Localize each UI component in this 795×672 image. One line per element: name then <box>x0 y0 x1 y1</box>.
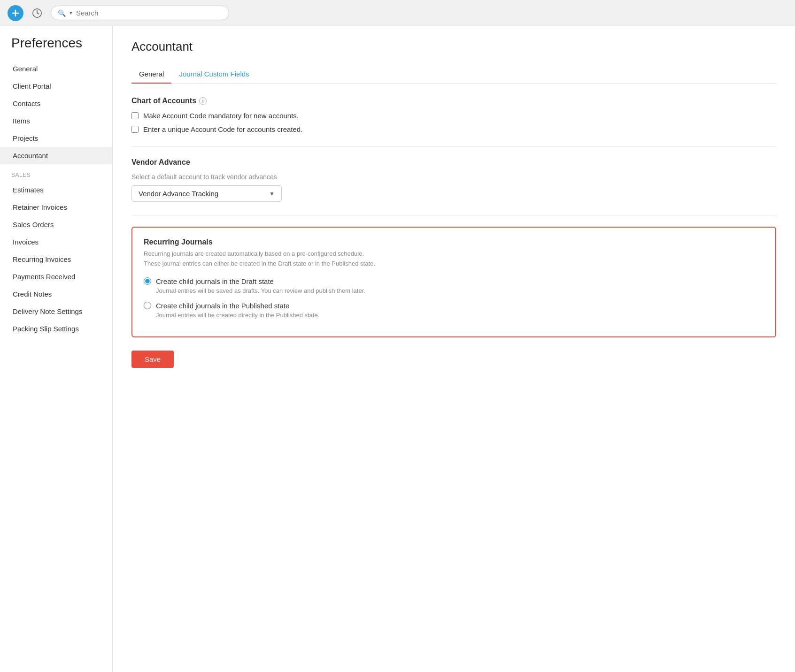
sidebar-general-item[interactable]: General <box>0 60 112 77</box>
sidebar-delivery-note-settings-item[interactable]: Delivery Note Settings <box>0 303 112 320</box>
radio-draft[interactable] <box>144 277 151 285</box>
checkbox-row-2: Enter a unique Account Code for accounts… <box>131 125 776 133</box>
radio-draft-sublabel: Journal entries will be saved as drafts.… <box>156 287 764 294</box>
sales-section-label: SALES <box>0 164 112 181</box>
vendor-advance-subtitle: Select a default account to track vendor… <box>131 173 776 181</box>
sidebar-items-item[interactable]: Items <box>0 112 112 130</box>
sidebar-sales-orders-item[interactable]: Sales Orders <box>0 216 112 233</box>
sidebar-title: Preferences <box>0 36 112 60</box>
vendor-advance-dropdown-value: Vendor Advance Tracking <box>139 190 218 198</box>
sidebar-estimates-item[interactable]: Estimates <box>0 181 112 199</box>
add-button[interactable] <box>8 5 23 21</box>
radio-option-draft: Create child journals in the Draft state… <box>144 277 764 294</box>
recurring-journals-description: Recurring journals are created automatic… <box>144 249 764 269</box>
radio-draft-label: Create child journals in the Draft state <box>156 277 274 285</box>
unique-account-code-checkbox[interactable] <box>131 126 139 133</box>
vendor-advance-dropdown[interactable]: Vendor Advance Tracking ▼ <box>131 185 282 202</box>
layout: Preferences General Client Portal Contac… <box>0 26 795 672</box>
vendor-advance-section: Vendor Advance Select a default account … <box>131 158 776 202</box>
search-dropdown-arrow[interactable]: ▼ <box>69 10 73 15</box>
tab-general[interactable]: General <box>131 65 171 84</box>
vendor-advance-title: Vendor Advance <box>131 158 776 167</box>
topbar: 🔍 ▼ <box>0 0 795 26</box>
make-account-code-checkbox[interactable] <box>131 112 139 119</box>
dropdown-arrow-icon: ▼ <box>269 191 275 197</box>
search-input[interactable] <box>76 9 222 17</box>
save-button[interactable]: Save <box>131 351 174 368</box>
divider-1 <box>131 146 776 147</box>
radio-published-sublabel: Journal entries will be created directly… <box>156 312 764 319</box>
sidebar-accountant-item[interactable]: Accountant <box>0 147 112 164</box>
chart-of-accounts-title: Chart of Accounts i <box>131 97 776 105</box>
info-icon[interactable]: i <box>199 97 207 105</box>
sidebar-client-portal-item[interactable]: Client Portal <box>0 77 112 95</box>
unique-account-code-label: Enter a unique Account Code for accounts… <box>143 125 302 133</box>
sidebar-recurring-invoices-item[interactable]: Recurring Invoices <box>0 251 112 268</box>
divider-2 <box>131 215 776 215</box>
sidebar: Preferences General Client Portal Contac… <box>0 26 113 672</box>
checkbox-row-1: Make Account Code mandatory for new acco… <box>131 112 776 120</box>
tabs-container: General Journal Custom Fields <box>131 65 776 84</box>
sidebar-contacts-item[interactable]: Contacts <box>0 95 112 112</box>
history-button[interactable] <box>29 5 45 21</box>
recurring-journals-title: Recurring Journals <box>144 238 764 246</box>
search-icon: 🔍 <box>58 9 66 17</box>
chart-of-accounts-section: Chart of Accounts i Make Account Code ma… <box>131 97 776 133</box>
sidebar-packing-slip-settings-item[interactable]: Packing Slip Settings <box>0 320 112 337</box>
sidebar-projects-item[interactable]: Projects <box>0 130 112 147</box>
page-title: Accountant <box>131 39 776 54</box>
main-content: Accountant General Journal Custom Fields… <box>113 26 795 672</box>
make-account-code-label: Make Account Code mandatory for new acco… <box>143 112 299 120</box>
radio-published[interactable] <box>144 302 151 309</box>
search-bar[interactable]: 🔍 ▼ <box>51 6 229 20</box>
sidebar-credit-notes-item[interactable]: Credit Notes <box>0 285 112 303</box>
sidebar-payments-received-item[interactable]: Payments Received <box>0 268 112 285</box>
sidebar-retainer-invoices-item[interactable]: Retainer Invoices <box>0 199 112 216</box>
radio-option-published: Create child journals in the Published s… <box>144 302 764 319</box>
recurring-journals-box: Recurring Journals Recurring journals ar… <box>131 227 776 337</box>
tab-journal-custom-fields[interactable]: Journal Custom Fields <box>171 65 256 84</box>
radio-published-label: Create child journals in the Published s… <box>156 302 289 310</box>
sidebar-invoices-item[interactable]: Invoices <box>0 233 112 251</box>
